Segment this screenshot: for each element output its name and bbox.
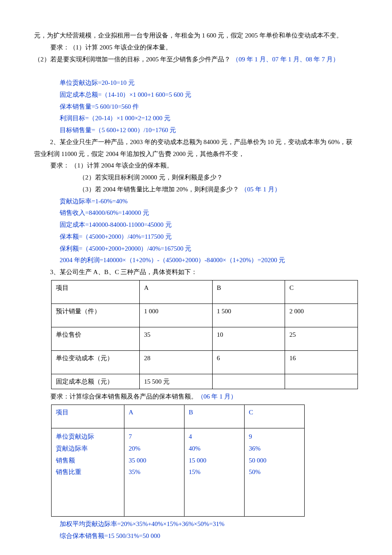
question-3: 3、某公司生产 A、B、C 三种产品，具体资料如下： (34, 266, 358, 278)
answer-line: 保本额=（45000+2000）/40%=117500 元 (34, 231, 358, 243)
table-cell: 固定成本总额（元） (52, 374, 140, 389)
table-cell: 35 (139, 327, 212, 350)
table-cell: 单位贡献边际 贡献边际率 销售额 销售比重 (52, 428, 124, 517)
requirement: 要求： （1）计算 2004 年该企业的保本额。 (34, 160, 358, 172)
cell-val: 15 000 (189, 455, 240, 467)
table-cell: 2 000 (285, 304, 358, 327)
data-table-1: 项目 A B C 预计销量（件） 1 000 1 500 2 000 单位售价 … (51, 280, 358, 390)
question-2: 2、某企业只生产一种产品，2003 年的变动成本总额为 84000 元，产品单价… (34, 136, 358, 160)
req-text: （2）若是要实现利润增加一倍的目标，2005 年至少销售多少件产品？ (34, 56, 232, 63)
requirement-1: 要求：（1）计算 2005 年该企业的保本量。 (34, 42, 358, 54)
answer-line: 保本销售量=5 600/10=560 件 (34, 101, 358, 113)
answer-line: 保利额=（45000+2000+20000）/40%=167500 元 (34, 243, 358, 255)
cell-val: 4 (189, 431, 240, 443)
table-hdr: B (184, 405, 245, 428)
table-hdr: 项目 (52, 280, 140, 304)
table-hdr: C (285, 280, 358, 304)
paragraph: 元，为扩大经营规模，企业拟租用一台专用设备，年租金为 1 600 元，假定 20… (34, 30, 358, 42)
table-cell: 1 500 (212, 304, 285, 327)
table-cell: 10 (212, 327, 285, 350)
table-cell: 7 20% 35 000 35% (124, 428, 184, 517)
exam-date: （06 年 1 月） (197, 393, 237, 400)
exam-dates: （09 年 1 月、07 年 1 月、08 年 7 月） (232, 56, 339, 63)
answer-line: 加权平均贡献边际率=20%×35%+40%×15%+36%×50%=31% (34, 518, 358, 530)
table-cell: 预计销量（件） (52, 304, 140, 327)
table-cell: 单位变动成本（元） (52, 350, 140, 374)
table-hdr: C (245, 405, 305, 428)
answer-table: 项目 A B C 单位贡献边际 贡献边际率 销售额 销售比重 7 20% 35 … (51, 405, 305, 517)
answer-line: 单位贡献边际=20-10=10 元 (34, 77, 358, 89)
table-cell: 4 40% 15 000 15% (184, 428, 245, 517)
answer-line: 2004 年的利润=140000×（1+20%）-（45000+2000）-84… (34, 254, 358, 266)
answer-line: 固定成本=140000-84000-11000=45000 元 (34, 219, 358, 231)
table-hdr: A (124, 405, 184, 428)
answer-line: 目标销售量=（5 600+12 000）/10=1760 元 (34, 124, 358, 136)
answer-line: 综合保本销售额=15 500/31%=50 000 (34, 530, 358, 542)
table-cell: 6 (212, 350, 285, 374)
req-text: 要求：计算综合保本销售额及各产品的保本销售额。 (50, 393, 197, 400)
requirement: （2）若实现目标利润 20000 元，则保利额是多少？ (34, 172, 358, 184)
cell-val: 15% (189, 466, 240, 478)
table-hdr: B (212, 280, 285, 304)
answer-line: 利润目标=（20-14）×1 000×2=12 000 元 (34, 113, 358, 124)
table-hdr: A (139, 280, 212, 304)
answer-line: 贡献边际率=1-60%=40% (34, 196, 358, 208)
cell-val: 40% (189, 443, 240, 455)
table-hdr: 项目 (52, 405, 124, 428)
answer-line: 销售收入=84000/60%=140000 元 (34, 207, 358, 219)
cell-val: 7 (129, 431, 180, 443)
requirement: （3）若 2004 年销售量比上年增加 20%，则利润是多少？ （05 年 1 … (34, 184, 358, 196)
req-text: （3）若 2004 年销售量比上年增加 20%，则利润是多少？ (79, 186, 241, 193)
table-cell (212, 374, 285, 389)
row-label: 单位贡献边际 (56, 431, 120, 443)
row-label: 销售额 (56, 455, 120, 467)
table-cell (285, 374, 358, 389)
requirement: 要求：计算综合保本销售额及各产品的保本销售额。（06 年 1 月） (34, 391, 358, 403)
table-cell: 15 500 元 (139, 374, 212, 389)
requirement-2: （2）若是要实现利润增加一倍的目标，2005 年至少销售多少件产品？ （09 年… (34, 54, 358, 66)
cell-val: 35 000 (129, 455, 180, 467)
row-label: 销售比重 (56, 466, 120, 478)
table-cell: 16 (285, 350, 358, 374)
table-cell: 单位售价 (52, 327, 140, 350)
cell-val: 50 000 (249, 455, 300, 467)
cell-val: 36% (249, 443, 300, 455)
row-label: 贡献边际率 (56, 443, 120, 455)
table-cell: 1 000 (139, 304, 212, 327)
cell-val: 20% (129, 443, 180, 455)
table-cell: 28 (139, 350, 212, 374)
exam-date: （05 年 1 月） (241, 186, 281, 193)
answer-line: 固定成本总额=（14-10）×1 000+1 600=5 600 元 (34, 89, 358, 101)
table-cell: 25 (285, 327, 358, 350)
cell-val: 35% (129, 466, 180, 478)
table-cell: 9 36% 50 000 50% (245, 428, 305, 517)
cell-val: 9 (249, 431, 300, 443)
cell-val: 50% (249, 466, 300, 478)
